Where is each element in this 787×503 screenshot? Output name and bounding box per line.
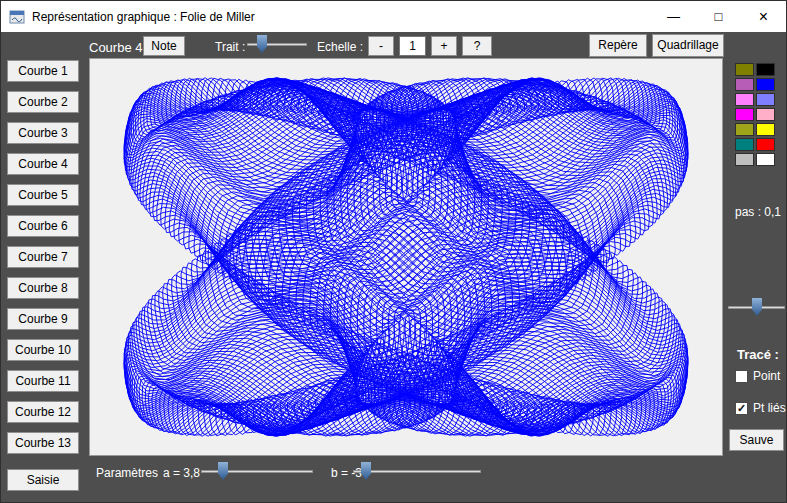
help-button[interactable]: ?	[462, 36, 492, 56]
saisie-button[interactable]: Saisie	[7, 469, 79, 491]
param-a-value: a = 3,8	[163, 466, 200, 480]
sidebar-button-courbe-11[interactable]: Courbe 11	[7, 370, 79, 392]
curve-sidebar: Courbe 1Courbe 2Courbe 3Courbe 4Courbe 5…	[7, 60, 79, 454]
point-checkbox-label: Point	[753, 369, 780, 383]
app-icon	[9, 9, 25, 25]
param-b-slider-thumb[interactable]	[361, 462, 371, 480]
sidebar-button-courbe-10[interactable]: Courbe 10	[7, 339, 79, 361]
sidebar-button-courbe-13[interactable]: Courbe 13	[7, 432, 79, 454]
trait-slider[interactable]	[247, 34, 307, 54]
current-curve-label: Courbe 4	[89, 40, 142, 55]
palette-swatch-11[interactable]	[756, 138, 775, 151]
zoom-in-button[interactable]: +	[431, 36, 457, 56]
param-a-slider-thumb[interactable]	[218, 462, 228, 480]
scale-value-input[interactable]: 1	[399, 36, 426, 56]
pas-label: pas : 0,1	[735, 205, 781, 219]
pas-slider-thumb[interactable]	[752, 298, 762, 316]
sidebar-button-courbe-6[interactable]: Courbe 6	[7, 215, 79, 237]
close-button[interactable]: ×	[741, 1, 786, 32]
sidebar-button-courbe-2[interactable]: Courbe 2	[7, 91, 79, 113]
palette-swatch-7[interactable]	[756, 108, 775, 121]
sidebar-button-courbe-7[interactable]: Courbe 7	[7, 246, 79, 268]
palette-swatch-6[interactable]	[735, 108, 754, 121]
palette-swatch-10[interactable]	[735, 138, 754, 151]
palette-swatch-5[interactable]	[756, 93, 775, 106]
color-palette	[735, 63, 775, 166]
palette-swatch-2[interactable]	[735, 78, 754, 91]
pt-lies-checkbox[interactable]: ✓	[735, 402, 748, 415]
pas-slider[interactable]	[728, 297, 785, 317]
sidebar-button-courbe-9[interactable]: Courbe 9	[7, 308, 79, 330]
param-a-slider[interactable]	[201, 461, 313, 481]
trait-slider-thumb[interactable]	[257, 35, 267, 53]
sidebar-button-courbe-4[interactable]: Courbe 4	[7, 153, 79, 175]
palette-swatch-13[interactable]	[756, 153, 775, 166]
sauve-button[interactable]: Sauve	[729, 429, 784, 451]
repere-button[interactable]: Repère	[589, 34, 647, 57]
title-bar: Représentation graphique : Folie de Mill…	[1, 1, 786, 32]
sidebar-button-courbe-8[interactable]: Courbe 8	[7, 277, 79, 299]
plot-area	[89, 58, 723, 456]
palette-swatch-1[interactable]	[756, 63, 775, 76]
sidebar-button-courbe-3[interactable]: Courbe 3	[7, 122, 79, 144]
palette-swatch-12[interactable]	[735, 153, 754, 166]
quadrillage-button[interactable]: Quadrillage	[652, 34, 724, 57]
parametres-label: Paramètres	[96, 466, 158, 480]
sidebar-button-courbe-12[interactable]: Courbe 12	[7, 401, 79, 423]
palette-swatch-0[interactable]	[735, 63, 754, 76]
trait-slider-track[interactable]	[247, 43, 307, 46]
palette-swatch-9[interactable]	[756, 123, 775, 136]
trait-label: Trait :	[215, 40, 245, 54]
minimize-button[interactable]: —	[651, 1, 696, 32]
maximize-button[interactable]: □	[696, 1, 741, 32]
sidebar-button-courbe-1[interactable]: Courbe 1	[7, 60, 79, 82]
curve-canvas	[90, 59, 722, 455]
pt-lies-checkbox-row: ✓ Pt liés	[735, 401, 786, 415]
palette-swatch-3[interactable]	[756, 78, 775, 91]
app-window: Représentation graphique : Folie de Mill…	[0, 0, 787, 503]
point-checkbox[interactable]	[735, 370, 748, 383]
pt-lies-checkbox-label: Pt liés	[753, 401, 786, 415]
echelle-label: Echelle :	[317, 40, 363, 54]
param-b-slider[interactable]	[353, 461, 481, 481]
check-icon: ✓	[737, 403, 746, 414]
note-button[interactable]: Note	[143, 36, 185, 56]
sidebar-button-courbe-5[interactable]: Courbe 5	[7, 184, 79, 206]
palette-swatch-8[interactable]	[735, 123, 754, 136]
zoom-out-button[interactable]: -	[368, 36, 394, 56]
param-a-slider-track[interactable]	[201, 470, 313, 473]
palette-swatch-4[interactable]	[735, 93, 754, 106]
caption-buttons: — □ ×	[651, 1, 786, 32]
param-b-slider-track[interactable]	[353, 470, 481, 473]
window-title: Représentation graphique : Folie de Mill…	[32, 10, 255, 24]
trace-label: Tracé :	[737, 347, 779, 362]
point-checkbox-row: Point	[735, 369, 780, 383]
